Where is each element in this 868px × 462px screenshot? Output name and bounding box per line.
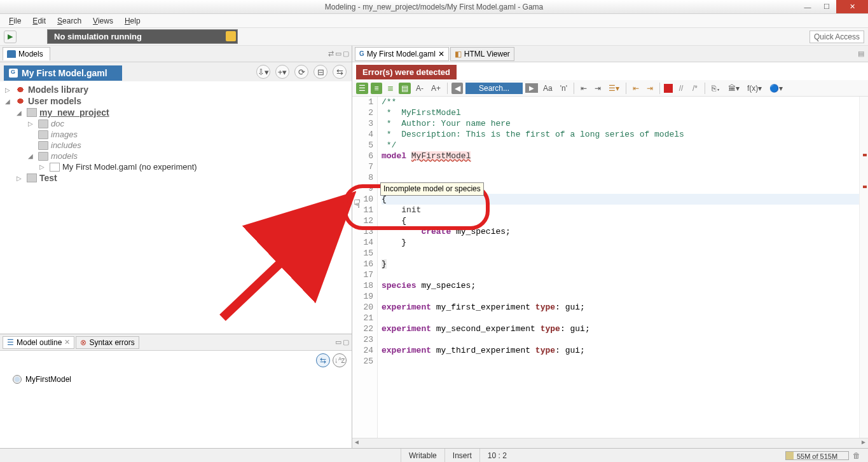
code-content[interactable]: /** * MyFirstModel * Author: Your name h…: [378, 97, 868, 438]
status-insert: Insert: [444, 449, 479, 462]
tree-project[interactable]: my_new_project: [39, 107, 109, 118]
menu-search[interactable]: Search: [52, 15, 86, 27]
comment-icon[interactable]: //: [675, 83, 687, 94]
outline-controls: ⇆ ↓ᴬz: [316, 353, 347, 367]
menubar: File Edit Search Views Help: [0, 14, 868, 28]
close-button[interactable]: ✕: [836, 0, 868, 13]
indent-left-icon[interactable]: ⇤: [630, 83, 642, 94]
bottom-tabbar: ☰ Model outline ✕ ⊗ Syntax errors ▭ ▢: [0, 334, 352, 351]
minimize-button[interactable]: —: [798, 0, 817, 13]
block-comment-icon[interactable]: /*: [689, 83, 701, 94]
outline-item[interactable]: MyFirstModel: [5, 375, 347, 384]
tree-user-models[interactable]: User models: [28, 96, 81, 106]
code-editor[interactable]: 1 2 3 4 5 ✕6 7 8 ✕⊖9 ⊖10 11 12 13 14 15 …: [352, 97, 868, 438]
outline-toggle-icon[interactable]: ☰: [356, 83, 368, 94]
tree-models-library[interactable]: Models library: [28, 85, 88, 95]
gc-trash-icon[interactable]: 🗑: [853, 451, 860, 460]
import-button[interactable]: ⇩▾: [256, 65, 270, 79]
link-editor-icon[interactable]: ⇄: [328, 50, 334, 58]
search-input[interactable]: Search...: [465, 83, 523, 94]
maximize-view-icon[interactable]: ▢: [343, 338, 349, 346]
menu-file[interactable]: File: [4, 15, 26, 27]
syntax-tab[interactable]: ⊗ Syntax errors: [76, 336, 139, 349]
new-button[interactable]: +▾: [275, 65, 289, 79]
editor-tab-html[interactable]: ◧ HTML Viewer: [450, 47, 514, 61]
tree-doc[interactable]: doc: [51, 119, 64, 128]
titlebar: Modeling - my_new_project/models/My Firs…: [0, 0, 868, 14]
mark-icon[interactable]: ▤: [399, 83, 411, 94]
font-decrease-icon[interactable]: A-: [413, 83, 426, 94]
heap-bar[interactable]: 55M of 515M: [785, 451, 849, 460]
word-icon[interactable]: 'n': [558, 83, 570, 94]
horizontal-scrollbar[interactable]: [352, 438, 868, 448]
shift-right-icon[interactable]: ⇥: [592, 83, 603, 94]
models-tab[interactable]: Models: [3, 47, 50, 60]
shift-left-icon[interactable]: ⇤: [578, 83, 589, 94]
format-icon[interactable]: ☰▾: [606, 83, 622, 94]
error-banner: Error(s) were detected: [356, 65, 457, 79]
menu-help[interactable]: Help: [120, 15, 146, 27]
indent-right-icon[interactable]: ⇥: [644, 83, 656, 94]
editor-tab-gaml[interactable]: G My First Model.gaml ✕: [355, 47, 449, 61]
navigator-header-row: My First Model.gaml ⇩▾ +▾ ⟳ ⊟ ⇆: [0, 62, 352, 81]
editor-tabbar: G My First Model.gaml ✕ ◧ HTML Viewer ▤: [352, 46, 868, 62]
main-toolbar: ▶ No simulation running Quick Access: [0, 28, 868, 46]
menu-views[interactable]: Views: [88, 15, 118, 27]
editor-tab-gaml-label: My First Model.gaml: [367, 50, 436, 58]
bottom-views: ☰ Model outline ✕ ⊗ Syntax errors ▭ ▢ ⇆ …: [0, 334, 352, 448]
models-tab-label: Models: [18, 50, 43, 58]
close-icon[interactable]: ✕: [64, 338, 70, 346]
menu-edit[interactable]: Edit: [27, 15, 51, 27]
tree-images[interactable]: images: [51, 130, 78, 139]
current-file-header: My First Model.gaml: [4, 65, 122, 81]
outline-tab[interactable]: ☰ Model outline ✕: [3, 336, 74, 349]
tree-gaml-file[interactable]: My First Model.gaml (no experiment): [62, 162, 197, 172]
maximize-view-icon[interactable]: ▢: [343, 50, 349, 58]
font-increase-icon[interactable]: A+: [429, 83, 443, 94]
maximize-button[interactable]: ☐: [817, 0, 836, 13]
search-forward-icon[interactable]: ▶: [525, 83, 538, 93]
view-controls: ⇄ ▭ ▢: [328, 50, 349, 58]
project-tree[interactable]: ▷Models library ◢User models ◢my_new_pro…: [0, 81, 352, 334]
tree-includes[interactable]: includes: [51, 140, 81, 150]
tree-test[interactable]: Test: [39, 173, 57, 183]
view-controls: ▭ ▢: [335, 338, 349, 346]
navigator-toolbar: ⇩▾ +▾ ⟳ ⊟ ⇆: [256, 65, 347, 79]
current-file-label: My First Model.gaml: [22, 68, 107, 78]
project-icon: [27, 173, 37, 182]
library-icon: [15, 85, 25, 94]
builtin-icon[interactable]: 🏛▾: [726, 83, 742, 94]
maximize-view-icon[interactable]: ▤: [858, 50, 864, 58]
right-panel: G My First Model.gaml ✕ ◧ HTML Viewer ▤ …: [352, 46, 868, 448]
tree-models-folder[interactable]: models: [51, 151, 78, 161]
color-picker-icon[interactable]: 🔵▾: [767, 83, 785, 94]
case-icon[interactable]: Aa: [541, 83, 555, 94]
outline-link-button[interactable]: ⇆: [316, 353, 330, 367]
wrap-icon[interactable]: ≣: [385, 83, 396, 94]
collapse-button[interactable]: ⊟: [313, 65, 327, 79]
search-back-icon[interactable]: ◀: [451, 83, 463, 94]
outline-body: ⇆ ↓ᴬz MyFirstModel: [0, 351, 352, 448]
operator-icon[interactable]: f(x)▾: [745, 83, 764, 94]
minimize-view-icon[interactable]: ▭: [335, 50, 341, 58]
editor-tab-html-label: HTML Viewer: [464, 50, 510, 58]
status-writable: Writable: [401, 449, 444, 462]
close-icon[interactable]: ✕: [438, 50, 444, 58]
color-swatch-icon[interactable]: [664, 84, 673, 93]
window-title: Modeling - my_new_project/models/My Firs…: [325, 3, 543, 11]
run-button[interactable]: ▶: [4, 31, 17, 43]
outline-sort-button[interactable]: ↓ᴬz: [333, 353, 347, 367]
folder-icon: [38, 130, 48, 139]
error-banner-row: Error(s) were detected: [352, 62, 868, 80]
overview-ruler[interactable]: [859, 97, 868, 438]
globe-icon: [13, 375, 22, 384]
project-icon: [27, 108, 37, 117]
folder-icon: [7, 50, 16, 58]
minimize-view-icon[interactable]: ▭: [335, 338, 341, 346]
refresh-button[interactable]: ⟳: [294, 65, 308, 79]
link-button[interactable]: ⇆: [333, 65, 347, 79]
quick-access[interactable]: Quick Access: [809, 31, 864, 43]
list-icon[interactable]: ≡: [371, 83, 382, 94]
syntax-tab-label: Syntax errors: [89, 338, 134, 347]
template-icon[interactable]: ⎘▾: [709, 83, 723, 94]
